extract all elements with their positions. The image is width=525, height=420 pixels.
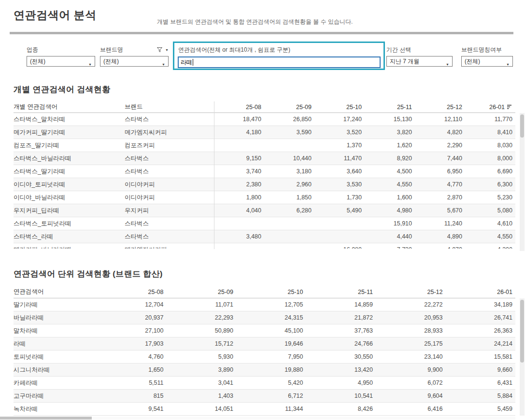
sort-icon[interactable]: [507, 104, 512, 111]
filter-industry-dropdown[interactable]: (전체) ▼: [27, 56, 95, 67]
brand-cell: 메가엠지씨커피: [125, 246, 214, 249]
value-cell: 3,890: [167, 366, 237, 373]
table1-body: 스타벅스_말차라떼스타벅스18,47026,85017,24015,13012,…: [14, 113, 515, 249]
value-cell: 4,300: [465, 246, 515, 249]
table-row[interactable]: 녹차라떼9,54114,05111,3448,4266,4165,459: [14, 403, 515, 416]
month-column-header[interactable]: 25-11: [365, 104, 415, 111]
caret-down-icon[interactable]: ▼: [506, 60, 510, 70]
table-row[interactable]: 카페라떼5,5113,0415,4204,9506,0726,431: [14, 377, 515, 390]
month-column-header[interactable]: 25-10: [236, 289, 306, 295]
brand-cell: 컴포즈커피: [125, 141, 214, 150]
table-row[interactable]: 스타벅스_라떼스타벅스3,4804,4404,8904,550: [14, 230, 515, 243]
value-cell: 4,040: [214, 207, 264, 214]
table2-vertical-scrollbar[interactable]: [520, 298, 525, 416]
value-cell: 4,980: [365, 207, 415, 214]
month-label: 25-08: [246, 104, 261, 111]
caret-down-icon[interactable]: ▼: [162, 60, 165, 70]
table-row[interactable]: 바닐라라떼20,93722,29324,31521,87220,95326,74…: [14, 311, 515, 324]
filter-period-value: 지난 7 개월: [390, 58, 419, 65]
table2-header: 연관검색어 25-0825-0925-1025-1125-1226-01: [14, 286, 515, 298]
value-cell: 7,730: [365, 246, 415, 249]
month-column-header[interactable]: 25-10: [314, 104, 365, 111]
value-cell: 11,770: [465, 116, 515, 123]
month-column-header[interactable]: 26-01: [446, 289, 516, 295]
table1-col-keyword[interactable]: 개별 연관검색어: [14, 103, 125, 111]
table-row[interactable]: 고구마라떼8151,4036,71210,5419,6045,884: [14, 390, 515, 403]
table-row[interactable]: 스타벅스_토피넛라떼스타벅스15,91011,2404,610: [14, 217, 515, 230]
table1-vertical-scrollbar[interactable]: [520, 113, 525, 251]
month-column-header[interactable]: 25-12: [415, 104, 465, 111]
month-column-header[interactable]: 25-09: [167, 289, 237, 295]
keyword-cell: 스타벅스_토피넛라떼: [14, 220, 125, 228]
table-row[interactable]: 스타벅스_말차라떼스타벅스18,47026,85017,24015,13012,…: [14, 113, 515, 126]
value-cell: 45,100: [236, 327, 306, 334]
keyword-input[interactable]: 라떼: [178, 56, 381, 68]
table-row[interactable]: 이디야_토피넛라떼이디야커피2,3802,9603,5304,5504,7706…: [14, 178, 515, 191]
caret-down-icon[interactable]: ▼: [165, 48, 169, 52]
month-column-header[interactable]: 25-08: [214, 104, 264, 111]
table-row[interactable]: 말차라떼27,10050,89045,10037,76328,93326,363: [14, 324, 515, 337]
table-row[interactable]: 라떼17,90315,71219,64624,76625,17524,214: [14, 337, 515, 350]
value-cell: 18,470: [214, 116, 264, 123]
filter-keyword-highlight-box: 연관검색어(전체 or 최대10개 , 쉼표로 구분) 라떼: [173, 42, 385, 70]
month-column-header[interactable]: 25-08: [97, 289, 167, 295]
table-row[interactable]: 메가커피_딸기라떼메가엠지씨커피4,1803,5903,5203,8204,82…: [14, 126, 515, 139]
value-cell: 21,872: [306, 314, 376, 321]
value-cell: 14,859: [306, 301, 376, 308]
keyword-cell: 메가커피_바닐라라떼: [14, 246, 125, 249]
filter-period-dropdown[interactable]: 지난 7 개월 ▼: [386, 56, 453, 67]
value-cell: 3,640: [314, 168, 365, 175]
filter-brand-dropdown[interactable]: (전체) ▼: [100, 56, 169, 67]
table-row[interactable]: 스타벅스_딸기라떼스타벅스3,7403,1803,6404,5006,9506,…: [14, 165, 515, 178]
funnel-icon[interactable]: [157, 45, 162, 54]
table-row[interactable]: 메가커피_바닐라라떼메가엠지씨커피16,0807,7304,0704,300: [14, 243, 515, 249]
month-column-header[interactable]: 25-12: [376, 289, 446, 295]
month-label: 25-08: [148, 289, 164, 295]
value-cell: 6,690: [465, 168, 515, 175]
brand-cell: 스타벅스: [125, 168, 214, 176]
table-row[interactable]: 딸기라떼12,70411,07112,70514,85922,27234,189: [14, 298, 515, 311]
brand-cell: 스타벅스: [125, 115, 214, 124]
month-label: 25-10: [346, 104, 362, 111]
table-row[interactable]: 우지커피_딥라떼우지커피4,0406,2805,4904,9805,6705,0…: [14, 204, 515, 217]
page-title: 연관검색어 분석: [14, 8, 96, 23]
table-row[interactable]: 시그니처라떼1,6503,89019,88013,4209,9009,660: [14, 364, 515, 377]
value-cell: 8,410: [465, 129, 515, 136]
month-column-header[interactable]: 25-09: [264, 104, 314, 111]
filter-brand-name-flag-dropdown[interactable]: (전체) ▼: [461, 56, 513, 67]
scrollbar-thumb[interactable]: [520, 300, 524, 363]
value-cell: 22,293: [167, 314, 237, 321]
value-cell: 11,240: [415, 220, 465, 227]
month-column-header[interactable]: 26-01: [465, 104, 515, 111]
table-row[interactable]: 토피넛라떼4,7605,9307,95030,55023,14015,581: [14, 350, 515, 364]
value-cell: 5,884: [446, 392, 516, 399]
value-cell: 1,370: [314, 142, 365, 149]
value-cell: 8,030: [465, 142, 515, 149]
caret-down-icon[interactable]: ▼: [446, 60, 449, 70]
title-divider: [10, 32, 513, 34]
table-row[interactable]: 컴포즈_딸기라떼컴포즈커피1,3701,6202,2908,030: [14, 139, 515, 152]
value-cell: 3,041: [167, 379, 237, 386]
value-cell: 3,480: [214, 233, 264, 240]
scrollbar-thumb[interactable]: [0, 417, 92, 420]
filter-brand-name-flag-value: (전체): [465, 58, 480, 65]
value-cell: 13,420: [306, 366, 376, 373]
table2-col-keyword[interactable]: 연관검색어: [14, 288, 97, 296]
value-cell: 3,180: [264, 168, 314, 175]
caret-down-icon[interactable]: ▼: [88, 60, 92, 70]
table-row[interactable]: 이디야_바닐라라떼이디야커피1,8001,8501,7301,6002,8705…: [14, 191, 515, 204]
scrollbar-thumb[interactable]: [520, 114, 524, 138]
value-cell: 19,646: [236, 340, 306, 347]
table2-horizontal-scrollbar[interactable]: [0, 417, 515, 420]
value-cell: 4,950: [306, 379, 376, 386]
value-cell: 6,950: [415, 168, 465, 175]
table1-col-brand[interactable]: 브랜드: [125, 103, 214, 111]
table-row[interactable]: 스타벅스_바닐라라떼스타벅스9,15010,44011,4708,9207,44…: [14, 152, 515, 165]
month-column-header[interactable]: 25-11: [306, 289, 376, 295]
filter-brand: 브랜드명 ▼ (전체) ▼: [100, 46, 169, 67]
value-cell: 7,950: [236, 353, 306, 360]
value-cell: 6,072: [376, 379, 446, 386]
keyword-cell: 이디야_바닐라라떼: [14, 194, 125, 202]
keyword-cell: 스타벅스_바닐라라떼: [14, 154, 125, 163]
value-cell: 24,766: [306, 340, 376, 347]
